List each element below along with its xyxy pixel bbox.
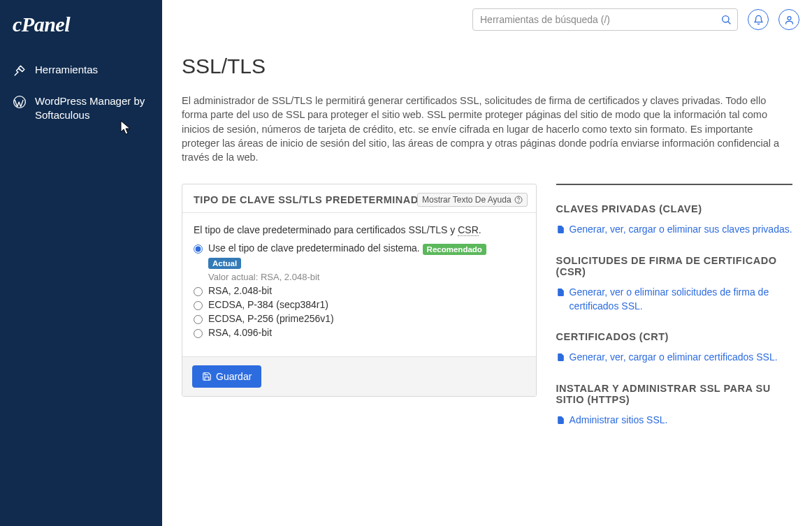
file-icon xyxy=(556,415,565,425)
brand-text: cPanel xyxy=(13,13,70,36)
content: SSL/TLS El administrador de SSL/TLS le p… xyxy=(162,39,812,526)
sidebar-item-label: WordPress Manager by Softaculous xyxy=(35,94,150,123)
csr-abbr: CSR xyxy=(458,224,479,236)
section-heading-crt: CERTIFICADOS (CRT) xyxy=(556,331,792,342)
page-title: SSL/TLS xyxy=(182,54,792,78)
key-type-panel: TIPO DE CLAVE SSL/TLS PREDETERMINADO Mos… xyxy=(182,184,537,396)
user-icon xyxy=(784,15,795,25)
svg-point-5 xyxy=(518,202,519,203)
save-button-label: Guardar xyxy=(216,371,252,382)
topbar xyxy=(162,0,812,39)
section-heading-install: INSTALAR Y ADMINISTRAR SSL PARA SU SITIO… xyxy=(556,383,792,405)
sidebar-item-tools[interactable]: Herramientas xyxy=(0,54,162,86)
notifications-button[interactable] xyxy=(748,9,769,30)
account-button[interactable] xyxy=(778,9,799,30)
radio-input[interactable] xyxy=(194,315,203,324)
radio-input[interactable] xyxy=(194,287,203,296)
option-label: Use el tipo de clave predeterminado del … xyxy=(208,242,420,254)
radio-input[interactable] xyxy=(194,301,203,310)
help-toggle-button[interactable]: Mostrar Texto De Ayuda xyxy=(417,193,528,207)
file-icon xyxy=(556,352,565,363)
sidebar-item-label: Herramientas xyxy=(35,63,98,77)
panel-footer: Guardar xyxy=(182,356,536,396)
sidebar-item-wordpress[interactable]: WordPress Manager by Softaculous xyxy=(0,86,162,131)
svg-line-2 xyxy=(728,22,730,24)
column-left: TIPO DE CLAVE SSL/TLS PREDETERMINADO Mos… xyxy=(182,184,537,445)
panel-body: El tipo de clave predeterminado para cer… xyxy=(182,213,536,356)
main: SSL/TLS El administrador de SSL/TLS le p… xyxy=(162,0,812,526)
search-input[interactable] xyxy=(472,8,738,31)
current-badge: Actual xyxy=(208,258,241,269)
radio-option-system-default[interactable]: Use el tipo de clave predeterminado del … xyxy=(194,242,525,282)
panel-header: TIPO DE CLAVE SSL/TLS PREDETERMINADO Mos… xyxy=(182,184,536,213)
file-icon xyxy=(556,224,565,235)
brand-logo: cPanel xyxy=(0,13,162,54)
radio-input[interactable] xyxy=(194,244,203,254)
radio-option-ecdsa-p256[interactable]: ECDSA, P-256 (prime256v1) xyxy=(194,313,525,324)
help-toggle-label: Mostrar Texto De Ayuda xyxy=(422,195,512,205)
current-value-note: Valor actual: RSA, 2.048-bit xyxy=(208,272,525,282)
recommended-badge: Recomendado xyxy=(423,244,486,255)
save-button[interactable]: Guardar xyxy=(192,365,261,388)
radio-option-rsa-2048[interactable]: RSA, 2.048-bit xyxy=(194,285,525,296)
sidebar: cPanel Herramientas WordPress Manager by… xyxy=(0,0,162,526)
column-right: CLAVES PRIVADAS (CLAVE) Generar, ver, ca… xyxy=(556,184,792,445)
panel-description: El tipo de clave predeterminado para cer… xyxy=(194,224,525,235)
link-crt[interactable]: Generar, ver, cargar o eliminar certific… xyxy=(556,351,792,365)
wordpress-icon xyxy=(13,95,27,109)
file-icon xyxy=(556,287,565,298)
bell-icon xyxy=(753,15,764,25)
columns: TIPO DE CLAVE SSL/TLS PREDETERMINADO Mos… xyxy=(182,184,792,445)
option-label: ECDSA, P-256 (prime256v1) xyxy=(208,313,334,324)
option-label: ECDSA, P-384 (secp384r1) xyxy=(208,299,328,310)
intro-text: El administrador de SSL/TLS le permitirá… xyxy=(182,94,792,164)
radio-option-ecdsa-p384[interactable]: ECDSA, P-384 (secp384r1) xyxy=(194,299,525,310)
option-label: RSA, 2.048-bit xyxy=(208,285,272,296)
radio-input[interactable] xyxy=(194,329,203,338)
radio-option-rsa-4096[interactable]: RSA, 4.096-bit xyxy=(194,327,525,338)
help-icon xyxy=(514,196,523,204)
link-manage-ssl-sites[interactable]: Administrar sitios SSL. xyxy=(556,414,792,428)
search-button[interactable] xyxy=(718,12,734,27)
tools-icon xyxy=(13,64,27,78)
search-wrap xyxy=(472,8,738,31)
save-icon xyxy=(202,372,212,381)
section-heading-csr: SOLICITUDES DE FIRMA DE CERTIFICADO (CSR… xyxy=(556,255,792,277)
link-csr[interactable]: Generar, ver o eliminar solicitudes de f… xyxy=(556,286,792,313)
svg-point-3 xyxy=(788,16,791,20)
link-private-keys[interactable]: Generar, ver, cargar o eliminar sus clav… xyxy=(556,223,792,237)
option-label: RSA, 4.096-bit xyxy=(208,327,272,338)
section-heading-keys: CLAVES PRIVADAS (CLAVE) xyxy=(556,203,792,214)
